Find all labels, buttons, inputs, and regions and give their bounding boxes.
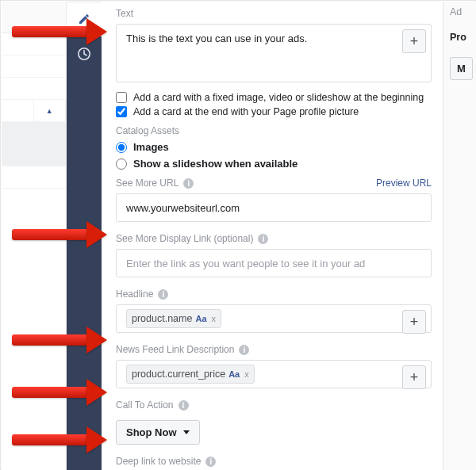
cta-label: Call To Action i [116, 399, 432, 411]
headline-input[interactable]: product.name Aa x + [116, 304, 432, 333]
left-table-pane: ▲ [2, 2, 67, 470]
deep-link-label: Deep link to website i [116, 456, 432, 467]
sort-icon[interactable]: ▲ [34, 100, 67, 121]
app-frame: ▲ Text This is the text you can use in y… [0, 0, 476, 470]
info-icon[interactable]: i [183, 178, 194, 189]
history-tab[interactable] [67, 36, 102, 71]
card-fixed-beginning-label: Add a card with a fixed image, video or … [133, 92, 424, 103]
preview-url-link[interactable]: Preview URL [376, 178, 432, 189]
vertical-nav [67, 2, 102, 470]
see-more-url-label: See More URL i [116, 178, 194, 189]
nf-desc-label: News Feed Link Description i [116, 344, 432, 355]
catalog-images-radio[interactable] [116, 142, 127, 153]
cta-value: Shop Now [126, 426, 177, 438]
clock-icon [77, 47, 91, 61]
right-ad-label: Ad [450, 6, 476, 17]
see-more-url-input[interactable] [126, 202, 399, 214]
see-more-url-input-wrap [116, 193, 432, 222]
pencil-icon [78, 13, 90, 25]
ad-text-value: This is the text you can use in your ads… [126, 32, 307, 44]
info-icon[interactable]: i [178, 400, 189, 411]
info-icon[interactable]: i [239, 345, 249, 355]
headline-token-text: product.name [132, 313, 192, 324]
card-fixed-beginning-checkbox[interactable] [116, 92, 127, 103]
right-pro-label: Pro [450, 32, 476, 43]
catalog-slideshow-radio[interactable] [116, 159, 127, 170]
table-sort-row: ▲ [2, 100, 66, 122]
headline-token[interactable]: product.name Aa x [126, 309, 221, 328]
ad-creative-panel: Text This is the text you can use in you… [102, 2, 443, 470]
right-m-button[interactable]: M [450, 57, 473, 80]
add-headline-button[interactable]: + [402, 310, 426, 334]
see-more-display-input-wrap [116, 249, 432, 277]
case-icon: Aa [228, 369, 240, 379]
see-more-display-label: See More Display Link (optional) i [116, 233, 432, 244]
see-more-display-input[interactable] [126, 258, 399, 269]
catalog-assets-label: Catalog Assets [116, 125, 432, 136]
card-page-profile-end-label: Add a card at the end with your Page pro… [133, 106, 359, 117]
card-page-profile-end-checkbox[interactable] [116, 106, 127, 117]
ad-text-input[interactable]: This is the text you can use in your ads… [116, 24, 432, 82]
case-icon: Aa [195, 314, 206, 323]
chevron-down-icon [183, 430, 190, 434]
add-text-variant-button[interactable]: + [402, 29, 426, 53]
text-label: Text [116, 8, 432, 19]
remove-token-icon[interactable]: x [243, 369, 249, 379]
catalog-images-label: Images [133, 141, 169, 153]
info-icon[interactable]: i [158, 289, 168, 300]
nf-desc-token-text: product.current_price [132, 369, 225, 380]
nf-desc-token[interactable]: product.current_price Aa x [126, 365, 255, 384]
info-icon[interactable]: i [258, 234, 268, 244]
selected-row[interactable] [2, 122, 66, 144]
catalog-slideshow-label: Show a slideshow when available [133, 158, 298, 170]
info-icon[interactable]: i [205, 457, 216, 467]
add-nf-desc-button[interactable]: + [402, 365, 426, 389]
cta-dropdown[interactable]: Shop Now [116, 420, 200, 445]
nf-desc-input[interactable]: product.current_price Aa x + [116, 360, 432, 388]
remove-token-icon[interactable]: x [210, 314, 217, 323]
headline-label: Headline i [116, 288, 432, 300]
edit-tab[interactable] [67, 2, 102, 36]
right-side-panel: Ad Pro M [443, 2, 476, 470]
